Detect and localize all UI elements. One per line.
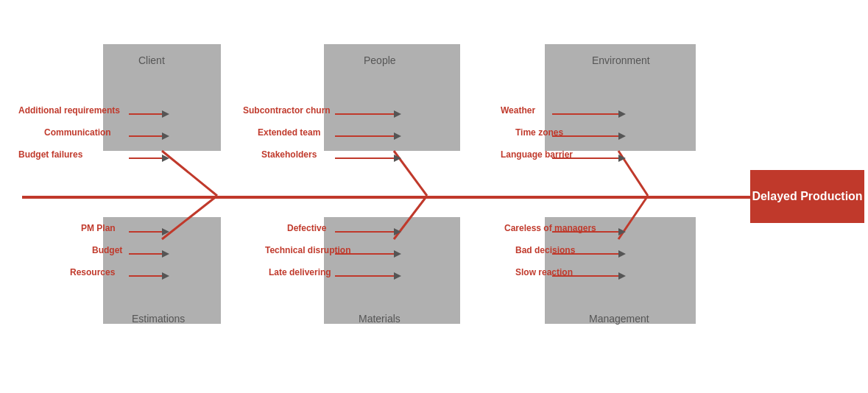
cause-mat-2-text: Technical disruption: [265, 245, 350, 255]
cause-people-2: Extended team: [258, 127, 320, 138]
cause-est-2: Budget: [92, 245, 122, 255]
cause-mgmt-3: Slow reaction: [515, 267, 573, 277]
svg-marker-20: [618, 155, 626, 162]
cause-env-3-text: Language barrier: [501, 149, 573, 160]
cause-mat-3-text: Late delivering: [269, 267, 331, 277]
people-label: People: [364, 54, 396, 66]
svg-line-14: [618, 151, 648, 196]
cause-est-3-text: Resources: [70, 267, 115, 277]
cause-mgmt-1: Careless of managers: [504, 223, 596, 233]
estimations-box: [103, 217, 221, 324]
cause-people-3: Stakeholders: [261, 149, 317, 160]
management-label: Management: [589, 313, 649, 325]
main-spine: [22, 196, 780, 199]
materials-label: Materials: [359, 313, 401, 325]
cause-people-1-text: Subcontractor churn: [243, 105, 331, 116]
cause-mat-1: Defective: [287, 223, 326, 233]
cause-client-3-text: Budget failures: [18, 149, 82, 160]
cause-env-1: Weather: [501, 105, 535, 116]
effect-box: Delayed Production: [750, 170, 864, 223]
cause-env-2-text: Time zones: [515, 127, 563, 138]
estimations-label: Estimations: [132, 313, 185, 325]
cause-mgmt-2: Bad decisions: [515, 245, 575, 255]
cause-people-3-text: Stakeholders: [261, 149, 317, 160]
fishbone-diagram: Delayed Production Client People Environ…: [0, 0, 868, 393]
materials-box: [324, 217, 460, 324]
cause-client-2: Communication: [44, 127, 111, 138]
cause-mat-2: Technical disruption: [265, 245, 350, 255]
environment-label: Environment: [592, 54, 650, 66]
cause-client-3: Budget failures: [18, 149, 82, 160]
cause-env-2: Time zones: [515, 127, 563, 138]
effect-label: Delayed Production: [752, 189, 862, 205]
cause-env-1-text: Weather: [501, 105, 535, 116]
cause-est-1-text: PM Plan: [81, 223, 116, 233]
cause-client-1: Additional requirements: [18, 105, 120, 116]
cause-est-3: Resources: [70, 267, 115, 277]
cause-people-2-text: Extended team: [258, 127, 320, 138]
svg-line-0: [162, 151, 217, 196]
cause-client-2-text: Communication: [44, 127, 111, 138]
svg-marker-13: [394, 155, 401, 162]
cause-mgmt-3-text: Slow reaction: [515, 267, 573, 277]
cause-mgmt-1-text: Careless of managers: [504, 223, 596, 233]
svg-marker-6: [162, 155, 169, 162]
cause-mat-1-text: Defective: [287, 223, 326, 233]
cause-mgmt-2-text: Bad decisions: [515, 245, 575, 255]
cause-est-1: PM Plan: [81, 223, 116, 233]
svg-line-7: [394, 151, 427, 196]
cause-env-3: Language barrier: [501, 149, 573, 160]
cause-mat-3: Late delivering: [269, 267, 331, 277]
cause-client-1-text: Additional requirements: [18, 105, 120, 116]
cause-people-1: Subcontractor churn: [243, 105, 331, 116]
client-label: Client: [138, 54, 165, 66]
cause-est-2-text: Budget: [92, 245, 122, 255]
